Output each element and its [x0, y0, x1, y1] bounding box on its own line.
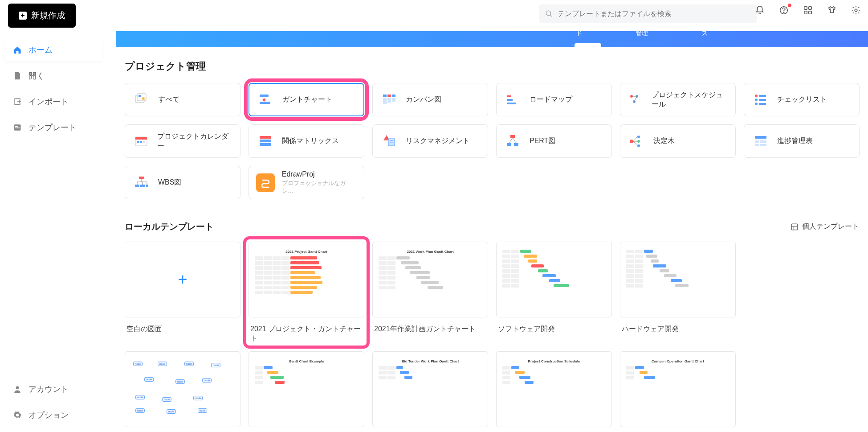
- svg-rect-21: [392, 95, 395, 97]
- sidebar-item-home[interactable]: ホーム: [4, 38, 102, 62]
- svg-point-16: [142, 97, 145, 100]
- progress-icon: [751, 132, 770, 151]
- calendar-icon: [132, 132, 150, 151]
- highlight-gantt: ガントチャート: [249, 83, 364, 116]
- search-input[interactable]: [558, 10, 751, 18]
- template-thumb: [496, 242, 612, 317]
- svg-rect-25: [507, 95, 511, 97]
- gear-icon: [12, 410, 22, 420]
- banner-tab[interactable]: ス: [701, 29, 708, 37]
- svg-rect-52: [514, 143, 518, 146]
- sidebar-item-templates[interactable]: テンプレート: [4, 116, 102, 139]
- svg-point-55: [630, 140, 633, 143]
- category-matrix[interactable]: 関係マトリックス: [249, 124, 364, 158]
- sidebar-bottom: アカウント オプション: [0, 375, 107, 432]
- template-thumb: [620, 242, 736, 317]
- category-label: プロジェクトカレンダー: [157, 132, 233, 151]
- category-label: プロジェクトスケジュール: [652, 91, 728, 109]
- category-checklist[interactable]: チェックリスト: [744, 83, 860, 116]
- search-box[interactable]: [539, 4, 757, 23]
- category-label: 決定木: [653, 136, 675, 146]
- category-decision-tree[interactable]: 決定木: [620, 124, 736, 158]
- banner-tab[interactable]: 管理: [636, 29, 648, 37]
- svg-rect-18: [260, 102, 270, 104]
- template-name: ソフトウェア開発: [496, 325, 612, 334]
- sidebar-item-label: インポート: [29, 96, 69, 107]
- risk-icon: [380, 132, 399, 151]
- category-wbs[interactable]: WBS図: [125, 166, 240, 199]
- category-grid: すべて ガントチャート カンバン図 ロードマップ: [116, 83, 868, 199]
- template-hardware-dev[interactable]: ハードウェア開発: [620, 242, 736, 343]
- template-thumb: node node node node node node node node …: [125, 351, 240, 427]
- sidebar-item-label: テンプレート: [29, 122, 77, 133]
- category-all[interactable]: すべて: [125, 83, 240, 116]
- svg-rect-51: [507, 143, 511, 146]
- category-schedule[interactable]: プロジェクトスケジュール: [620, 83, 736, 116]
- personal-templates-link[interactable]: 個人テンプレート: [791, 222, 859, 231]
- template-blank[interactable]: + 空白の図面: [125, 242, 240, 343]
- svg-rect-67: [139, 177, 144, 179]
- help-icon[interactable]: [778, 4, 790, 16]
- svg-rect-24: [392, 98, 395, 102]
- template-row2-4[interactable]: Canteen Operation Gantt Chart: [620, 351, 736, 432]
- template-thumb: Project Construction Schedule: [496, 351, 612, 427]
- sidebar-item-account[interactable]: アカウント: [4, 378, 102, 401]
- shirt-icon[interactable]: [826, 4, 838, 16]
- svg-point-0: [546, 11, 551, 16]
- category-kanban[interactable]: カンバン図: [372, 83, 488, 116]
- main: ド 管理 ス プロジェクト管理 すべて ガントチャート カンバン: [116, 31, 868, 432]
- category-gantt[interactable]: ガントチャート: [249, 83, 364, 116]
- banner: ド 管理 ス: [116, 31, 868, 47]
- template-thumb: Canteen Operation Gantt Chart: [620, 351, 736, 427]
- template-thumb: Bid Tender Work Plan Gantt Chart: [372, 351, 488, 427]
- file-icon: [12, 71, 22, 81]
- settings-icon[interactable]: [850, 4, 862, 16]
- template-row2-3[interactable]: Project Construction Schedule: [496, 351, 612, 432]
- plus-icon: +: [19, 12, 27, 20]
- svg-rect-6: [804, 11, 807, 14]
- banner-tabs: ド 管理 ス: [576, 29, 708, 37]
- sidebar-item-options[interactable]: オプション: [4, 403, 102, 427]
- category-risk[interactable]: リスクマネジメント: [372, 124, 488, 158]
- category-label: カンバン図: [406, 95, 441, 104]
- svg-rect-76: [791, 224, 798, 230]
- template-gantt-usage[interactable]: node node node node node node node node …: [125, 351, 240, 432]
- svg-rect-70: [146, 185, 148, 187]
- banner-tab[interactable]: ド: [576, 29, 582, 37]
- template-thumb: +: [125, 242, 240, 317]
- category-roadmap[interactable]: ロードマップ: [496, 83, 612, 116]
- gantt-icon: [257, 91, 275, 109]
- svg-rect-27: [507, 103, 516, 104]
- category-pert[interactable]: PERT図: [496, 124, 612, 158]
- search-icon: [545, 10, 553, 18]
- plus-icon: +: [178, 270, 187, 289]
- apps-icon[interactable]: [802, 4, 814, 16]
- template-2021-work-plan[interactable]: 2021 Work Plan Gantt Chart 2021年作業計画ガントチ…: [372, 242, 488, 343]
- svg-point-8: [855, 9, 857, 12]
- category-calendar[interactable]: プロジェクトカレンダー: [125, 124, 240, 158]
- template-software-dev[interactable]: ソフトウェア開発: [496, 242, 612, 343]
- sidebar-item-label: ホーム: [29, 45, 53, 55]
- category-progress[interactable]: 進捗管理表: [744, 124, 860, 158]
- bell-icon[interactable]: [754, 4, 766, 16]
- template-2021-project-gantt[interactable]: 2021 Project Gantt Chart 2021 プロジェクト・ガント…: [249, 242, 364, 343]
- sidebar-item-import[interactable]: インポート: [4, 90, 102, 113]
- svg-point-56: [637, 136, 640, 138]
- svg-rect-62: [755, 136, 766, 139]
- sidebar-item-label: アカウント: [29, 384, 69, 395]
- account-icon: [12, 384, 22, 394]
- category-label: 関係マトリックス: [282, 136, 339, 146]
- svg-rect-63: [755, 140, 759, 143]
- svg-point-35: [755, 99, 758, 101]
- topbar-icons: [754, 4, 868, 16]
- matrix-icon: [256, 132, 275, 151]
- category-label: ロードマップ: [530, 95, 572, 104]
- template-row2-2[interactable]: Bid Tender Work Plan Gantt Chart: [372, 351, 488, 432]
- svg-point-58: [637, 144, 640, 147]
- kanban-icon: [380, 91, 399, 109]
- new-button[interactable]: + 新規作成: [8, 4, 76, 28]
- template-row2-1[interactable]: Gantt Chart Example: [249, 351, 364, 432]
- sidebar-item-open[interactable]: 開く: [4, 64, 102, 87]
- section-title-project-mgmt: プロジェクト管理: [125, 60, 868, 73]
- category-edrawproj[interactable]: EdrawProj プロフェッショナルなガン…: [249, 166, 364, 199]
